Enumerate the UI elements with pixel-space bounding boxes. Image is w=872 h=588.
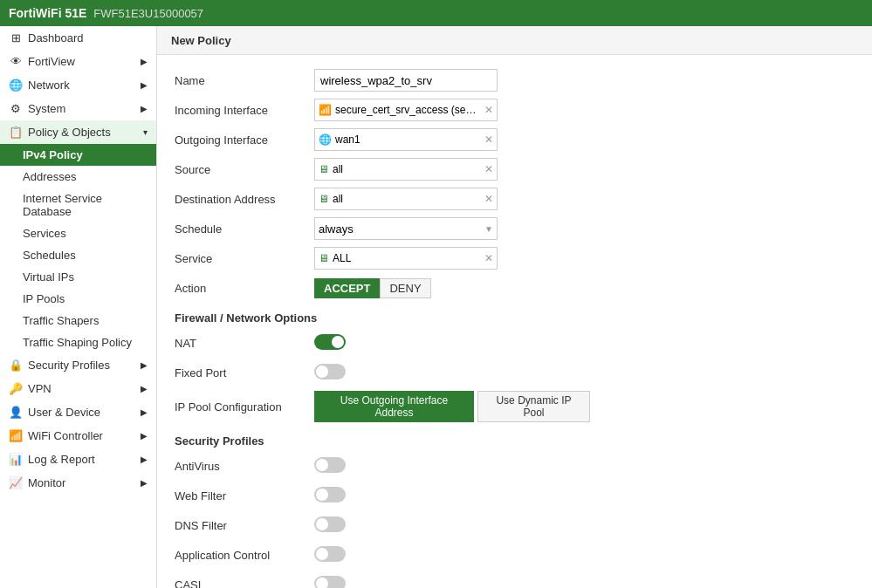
wifi-icon: 📶 [9, 429, 23, 442]
sidebar-item-user-device[interactable]: 👤 User & Device ▶ [0, 400, 156, 424]
action-label: Action [175, 282, 314, 295]
monitor-icon: 📈 [9, 476, 23, 489]
policy-icon: 📋 [9, 126, 23, 139]
sidebar-item-services[interactable]: Services [0, 222, 156, 244]
schedule-select[interactable]: always ▼ [314, 217, 498, 240]
outgoing-interface-field[interactable]: 🌐 wan1 ✕ [314, 128, 498, 151]
antivirus-label: AntiVirus [175, 460, 314, 473]
destination-row: Destination Address 🖥 all ✕ [175, 188, 855, 210]
sidebar: ⊞ Dashboard 👁 FortiView ▶ 🌐 Network ▶ ⚙ … [0, 26, 157, 588]
sidebar-item-label: FortiView [28, 55, 75, 68]
sidebar-sub-label: Virtual IPs [23, 270, 74, 284]
service-tag-icon: 🖥 [319, 252, 329, 264]
source-tag-icon: 🖥 [319, 163, 329, 175]
sidebar-item-network[interactable]: 🌐 Network ▶ [0, 73, 156, 97]
sidebar-item-label: Security Profiles [28, 359, 110, 372]
network-icon: 🌐 [9, 79, 23, 92]
app-control-toggle[interactable] [314, 546, 346, 562]
dns-filter-toggle[interactable] [314, 516, 346, 532]
chevron-down-icon: ▾ [143, 127, 148, 137]
sidebar-item-internet-service-db[interactable]: Internet Service Database [0, 188, 156, 222]
deny-button[interactable]: DENY [380, 278, 430, 298]
sidebar-item-traffic-shaping-policy[interactable]: Traffic Shaping Policy [0, 332, 156, 353]
outgoing-interface-label: Outgoing Interface [175, 133, 314, 147]
sidebar-item-monitor[interactable]: 📈 Monitor ▶ [0, 471, 156, 495]
name-label: Name [175, 74, 314, 87]
sidebar-item-label: WiFi Controller [28, 429, 103, 442]
sidebar-item-label: User & Device [28, 406, 100, 419]
sidebar-item-virtual-ips[interactable]: Virtual IPs [0, 266, 156, 288]
chevron-icon: ▶ [141, 384, 148, 393]
globe-tag-icon: 🌐 [319, 133, 332, 146]
destination-clear[interactable]: ✕ [484, 193, 493, 205]
content-body: Name Incoming Interface 📶 secure_cert_sr… [157, 55, 872, 588]
destination-label: Destination Address [175, 193, 314, 206]
service-clear[interactable]: ✕ [484, 252, 493, 264]
chevron-icon: ▶ [141, 360, 148, 370]
schedule-control: always ▼ [314, 217, 594, 240]
sidebar-item-label: VPN [28, 382, 51, 395]
source-field[interactable]: 🖥 all ✕ [314, 158, 498, 181]
destination-value: all [333, 193, 481, 205]
casi-toggle[interactable] [314, 576, 346, 589]
ip-pool-dynamic-btn[interactable]: Use Dynamic IP Pool [477, 391, 590, 422]
casi-label: CASI [175, 578, 314, 589]
sidebar-item-vpn[interactable]: 🔑 VPN ▶ [0, 377, 156, 400]
sidebar-item-fortiview[interactable]: 👁 FortiView ▶ [0, 50, 156, 73]
antivirus-toggle[interactable] [314, 457, 346, 473]
incoming-interface-label: Incoming Interface [175, 104, 314, 117]
source-clear[interactable]: ✕ [484, 163, 493, 175]
antivirus-control [314, 457, 594, 475]
sidebar-sub-label: IPv4 Policy [23, 148, 83, 161]
name-input[interactable] [314, 69, 498, 92]
incoming-interface-control: 📶 secure_cert_srv_access (secure_c ✕ [314, 99, 594, 121]
incoming-interface-clear[interactable]: ✕ [484, 104, 493, 116]
lock-icon: 🔒 [9, 359, 23, 372]
sidebar-sub-label: Services [23, 227, 66, 240]
web-filter-toggle[interactable] [314, 487, 346, 503]
dns-filter-label: DNS Filter [175, 519, 314, 532]
sidebar-item-ip-pools[interactable]: IP Pools [0, 288, 156, 310]
app-control-row: Application Control [175, 544, 855, 566]
outgoing-interface-value: wan1 [335, 133, 481, 146]
nat-toggle[interactable] [314, 334, 346, 350]
name-control [314, 69, 594, 92]
incoming-interface-field[interactable]: 📶 secure_cert_srv_access (secure_c ✕ [314, 99, 498, 121]
chevron-icon: ▶ [141, 104, 148, 113]
schedule-row: Schedule always ▼ [175, 217, 855, 240]
source-label: Source [175, 163, 314, 176]
outgoing-interface-clear[interactable]: ✕ [484, 133, 493, 146]
ip-pool-outgoing-btn[interactable]: Use Outgoing Interface Address [314, 391, 474, 422]
nat-row: NAT [175, 332, 855, 354]
topbar: FortiWiFi 51E FWF51E3U15000057 [0, 0, 872, 26]
chevron-icon: ▶ [141, 407, 148, 417]
dashboard-icon: ⊞ [9, 31, 23, 44]
sidebar-item-policy-objects[interactable]: 📋 Policy & Objects ▾ [0, 120, 156, 144]
chevron-icon: ▶ [141, 431, 148, 441]
service-row: Service 🖥 ALL ✕ [175, 247, 855, 270]
sidebar-item-addresses[interactable]: Addresses [0, 166, 156, 188]
schedule-label: Schedule [175, 222, 314, 236]
page-title: New Policy [171, 34, 231, 47]
destination-field[interactable]: 🖥 all ✕ [314, 188, 498, 210]
content-header: New Policy [157, 26, 872, 55]
chevron-icon: ▶ [141, 80, 148, 90]
sidebar-item-wifi-controller[interactable]: 📶 WiFi Controller ▶ [0, 424, 156, 448]
sidebar-item-schedules[interactable]: Schedules [0, 244, 156, 266]
sidebar-item-traffic-shapers[interactable]: Traffic Shapers [0, 310, 156, 332]
app-control-control [314, 546, 594, 564]
sidebar-item-label: Log & Report [28, 453, 95, 466]
content-area: New Policy Name Incoming Interface 📶 sec… [157, 26, 872, 588]
app-control-label: Application Control [175, 549, 314, 562]
sidebar-item-log-report[interactable]: 📊 Log & Report ▶ [0, 448, 156, 471]
sidebar-item-ipv4-policy[interactable]: IPv4 Policy [0, 144, 156, 166]
fixed-port-toggle[interactable] [314, 364, 346, 379]
accept-button[interactable]: ACCEPT [314, 278, 380, 298]
sidebar-item-dashboard[interactable]: ⊞ Dashboard [0, 26, 156, 50]
sidebar-item-security-profiles[interactable]: 🔒 Security Profiles ▶ [0, 353, 156, 377]
service-field[interactable]: 🖥 ALL ✕ [314, 247, 498, 270]
sidebar-item-system[interactable]: ⚙ System ▶ [0, 97, 156, 120]
chevron-icon: ▶ [141, 455, 148, 464]
sidebar-sub-label: Traffic Shapers [23, 314, 99, 327]
user-icon: 👤 [9, 406, 23, 419]
